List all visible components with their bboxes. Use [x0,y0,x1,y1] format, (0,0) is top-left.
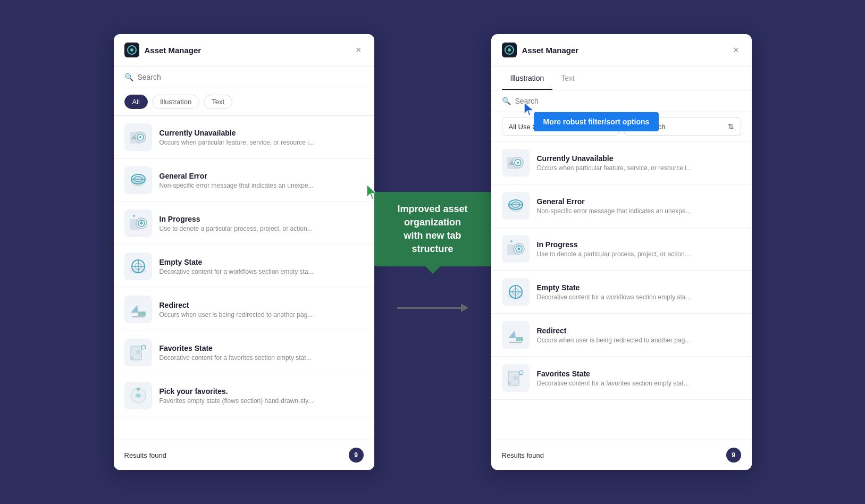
item-desc: Occurs when particular feature, service,… [159,139,364,146]
arrow-line [397,307,461,309]
item-name: Pick your favorites. [159,387,364,396]
right-filter-row: All Use Cases ▾ Best Match ⇅ More robust… [491,112,752,141]
tab-illustration[interactable]: Illustration [502,66,553,90]
right-results-badge: 9 [726,448,741,463]
right-list-item[interactable]: In Progress Use to denote a particular p… [491,228,752,271]
left-list-item[interactable]: Favorites State Decorative content for a… [114,331,374,374]
item-icon-empty-state [124,253,152,280]
scene: Asset Manager × 🔍 All Illustration Text [0,0,865,504]
right-list-item[interactable]: General Error Non-specific error message… [491,184,752,228]
svg-point-3 [139,136,141,138]
left-list-item[interactable]: Currently Unavailable Occurs when partic… [114,116,374,159]
item-name: In Progress [537,240,741,249]
left-list-item[interactable]: In Progress Use to denote a particular p… [114,202,374,245]
filter-tooltip: More robust filter/sort options [534,112,659,131]
item-name: In Progress [159,215,364,223]
item-name: Favorites State [537,369,741,378]
right-panel-logo [502,43,517,57]
left-panel-close-button[interactable]: × [354,44,364,56]
svg-point-45 [510,240,513,242]
svg-point-56 [519,371,523,375]
left-filter-chips: All Illustration Text [114,88,374,116]
right-item-text-empty-state: Empty State Decorative content for a wor… [537,283,741,301]
svg-marker-51 [508,331,516,338]
right-panel-title: Asset Manager [522,46,579,55]
svg-rect-21 [138,312,146,316]
item-desc: Decorative content for a workflows secti… [537,293,741,301]
left-panel-logo [124,43,139,57]
item-name: General Error [537,197,741,206]
arrow-head [461,304,468,312]
right-item-text-in-progress: In Progress Use to denote a particular p… [537,240,741,258]
item-desc: Occurs when user is being redirected to … [159,311,364,318]
right-item-icon-general-error [502,192,530,220]
item-icon-in-progress [124,209,152,237]
left-results-badge: 9 [349,448,364,463]
left-list-item[interactable]: Pick your favorites. Favorites empty sta… [114,374,374,417]
left-search-bar: 🔍 [114,66,374,88]
logo-icon-right [505,45,514,55]
left-search-input[interactable] [138,73,364,81]
chip-text[interactable]: Text [204,95,232,109]
left-list-item[interactable]: General Error Non-specific error message… [114,159,374,202]
svg-marker-30 [524,103,534,116]
item-icon-redirect [124,296,152,323]
left-list-item[interactable]: Empty State Decorative content for a wor… [114,245,374,288]
right-items-list: Currently Unavailable Occurs when partic… [491,141,752,440]
promo-container: Improved asset organization with new tab… [374,192,491,267]
right-list-item[interactable]: Empty State Decorative content for a wor… [491,271,752,314]
right-list-item[interactable]: Currently Unavailable Occurs when partic… [491,141,752,184]
right-panel-tabs: Illustration Text [491,66,752,90]
right-panel: Asset Manager × Illustration Text 🔍 All … [491,34,752,470]
right-item-icon-redirect [502,321,530,349]
left-items-list: Currently Unavailable Occurs when partic… [114,116,374,440]
right-panel-close-button[interactable]: × [731,44,741,56]
left-panel: Asset Manager × 🔍 All Illustration Text [114,34,374,470]
right-panel-footer: Results found 9 [491,440,752,470]
sort-icon: ⇅ [728,122,734,131]
item-name: Redirect [159,301,364,309]
item-name: Favorites State [159,344,364,352]
item-desc: Decorative content for a favorites secti… [537,380,741,387]
chip-illustration[interactable]: Illustration [152,95,199,109]
svg-point-57 [508,382,511,385]
svg-point-28 [137,388,140,391]
item-desc: Decorative content for a workflows secti… [159,268,364,275]
left-panel-header: Asset Manager × [114,34,374,66]
item-text-general-error: General Error Non-specific error message… [159,172,364,189]
left-results-label: Results found [124,451,167,459]
right-panel-title-row: Asset Manager [502,43,579,57]
right-item-icon-empty-state [502,278,530,306]
tab-text[interactable]: Text [552,66,583,90]
right-item-icon-currently-unavailable [502,149,530,177]
item-text-currently-unavailable: Currently Unavailable Occurs when partic… [159,129,364,146]
svg-point-14 [133,215,135,217]
right-list-item[interactable]: Favorites State Decorative content for a… [491,357,752,400]
promo-text: Improved asset organization with new tab… [397,204,467,255]
item-text-redirect: Redirect Occurs when user is being redir… [159,301,364,318]
left-panel-title: Asset Manager [145,46,201,55]
item-icon-pick-favorites [124,382,152,409]
item-text-favorites-state: Favorites State Decorative content for a… [159,344,364,362]
item-text-empty-state: Empty State Decorative content for a wor… [159,258,364,275]
item-text-in-progress: In Progress Use to denote a particular p… [159,215,364,232]
right-search-input[interactable] [515,97,741,105]
item-text-pick-favorites: Pick your favorites. Favorites empty sta… [159,387,364,405]
item-name: Empty State [159,258,364,266]
item-icon-currently-unavailable [124,123,152,151]
item-name: Redirect [537,326,741,335]
arrow-section: Improved asset organization with new tab… [374,192,491,313]
item-name: Currently Unavailable [159,129,364,137]
right-results-label: Results found [502,451,544,459]
svg-rect-52 [516,337,523,341]
right-item-text-redirect: Redirect Occurs when user is being redir… [537,326,741,344]
svg-point-26 [130,356,133,359]
item-desc: Use to denote a particular process, proj… [537,250,741,258]
chip-all[interactable]: All [124,95,148,109]
item-name: General Error [159,172,364,180]
left-panel-footer: Results found 9 [114,440,374,470]
left-list-item[interactable]: Redirect Occurs when user is being redir… [114,288,374,331]
right-list-item[interactable]: Redirect Occurs when user is being redir… [491,314,752,357]
item-desc: Occurs when particular feature, service,… [537,164,741,172]
item-name: Empty State [537,283,741,292]
